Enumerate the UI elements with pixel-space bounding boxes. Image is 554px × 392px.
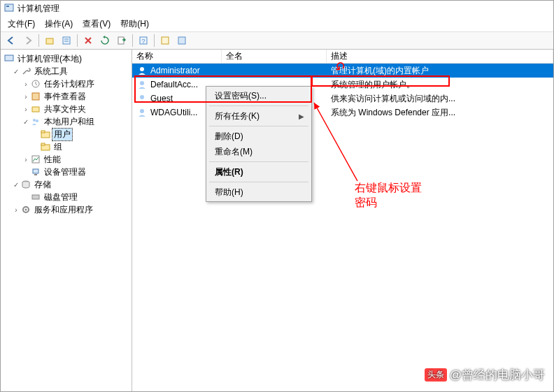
- ctx-all-tasks[interactable]: 所有任务(K)▶: [208, 108, 310, 124]
- tree-system-tools[interactable]: ✓ 系统工具: [1, 65, 132, 78]
- svg-rect-2: [46, 38, 53, 44]
- tree-storage[interactable]: ✓ 存储: [1, 178, 132, 191]
- tools-icon: [20, 66, 31, 77]
- up-button[interactable]: [42, 33, 57, 48]
- svg-rect-23: [34, 174, 37, 175]
- expand-icon[interactable]: ›: [22, 106, 30, 113]
- menu-help[interactable]: 帮助(H): [116, 17, 153, 31]
- app-icon: [3, 3, 15, 14]
- svg-rect-25: [32, 195, 39, 199]
- tree-pane: 计算机管理(本地) ✓ 系统工具 › 任务计划程序 › 事件查看器 › 共享文件…: [1, 50, 132, 391]
- ctx-set-password[interactable]: 设置密码(S)...: [208, 88, 310, 103]
- svg-rect-6: [118, 37, 124, 44]
- tree-disk-management[interactable]: 磁盘管理: [1, 191, 132, 203]
- expand-icon[interactable]: ›: [12, 206, 20, 214]
- ctx-delete[interactable]: 删除(D): [208, 129, 310, 144]
- computer-icon: [3, 53, 15, 64]
- tree-users[interactable]: 用户: [1, 128, 132, 140]
- tree-performance[interactable]: › 性能: [1, 153, 132, 166]
- collapse-icon[interactable]: ✓: [22, 118, 30, 126]
- svg-point-31: [140, 109, 144, 113]
- tree-task-scheduler[interactable]: › 任务计划程序: [1, 78, 132, 90]
- users-groups-icon: [30, 116, 41, 127]
- svg-rect-22: [33, 169, 38, 173]
- svg-rect-3: [63, 37, 70, 44]
- ctx-separator: [209, 126, 308, 126]
- tree-local-users-groups[interactable]: ✓ 本地用户和组: [1, 115, 132, 128]
- scheduler-icon: [30, 78, 41, 89]
- toolbar-separator: [132, 34, 133, 47]
- storage-icon: [20, 179, 31, 190]
- user-icon: [136, 79, 148, 90]
- tree-root[interactable]: 计算机管理(本地): [1, 52, 132, 65]
- svg-text:?: ?: [141, 38, 145, 45]
- mmc-window: 计算机管理 文件(F) 操作(A) 查看(V) 帮助(H) ? 计算机管理(本地…: [0, 0, 554, 392]
- expand-icon[interactable]: ›: [22, 93, 30, 101]
- annotation-text: 右键鼠标设置 密码: [355, 181, 422, 210]
- svg-point-27: [25, 209, 27, 211]
- svg-rect-9: [162, 37, 169, 44]
- svg-point-16: [36, 119, 38, 122]
- col-description[interactable]: 描述: [327, 50, 553, 63]
- tree-event-viewer[interactable]: › 事件查看器: [1, 90, 132, 103]
- context-menu: 设置密码(S)... 所有任务(K)▶ 删除(D) 重命名(M) 属性(R) 帮…: [206, 86, 312, 202]
- collapse-icon[interactable]: ✓: [12, 68, 20, 75]
- event-icon: [30, 91, 41, 102]
- tree-device-manager[interactable]: 设备管理器: [1, 166, 132, 178]
- col-name[interactable]: 名称: [132, 50, 222, 63]
- svg-rect-20: [41, 143, 45, 145]
- folder-icon: [40, 141, 51, 152]
- shared-icon: [30, 103, 41, 115]
- ctx-separator: [209, 182, 308, 182]
- folder-icon: [40, 129, 51, 140]
- tree-services-apps[interactable]: › 服务和应用程序: [1, 203, 132, 216]
- export-button[interactable]: [114, 33, 129, 48]
- refresh-button[interactable]: [97, 33, 113, 48]
- col-fullname[interactable]: 全名: [222, 50, 327, 63]
- ctx-help[interactable]: 帮助(H): [208, 184, 310, 200]
- delete-button[interactable]: [80, 33, 96, 48]
- view-button-1[interactable]: [157, 33, 173, 48]
- toolbar-separator: [154, 34, 155, 47]
- toolbar-separator: [38, 34, 39, 47]
- toolbar-separator: [77, 34, 78, 47]
- svg-rect-1: [6, 6, 9, 7]
- nav-forward-button[interactable]: [20, 33, 36, 48]
- svg-point-15: [33, 119, 36, 122]
- collapse-icon[interactable]: ✓: [12, 181, 20, 189]
- disk-icon: [30, 191, 41, 203]
- titlebar: 计算机管理: [1, 1, 553, 16]
- menu-view[interactable]: 查看(V): [78, 17, 115, 31]
- svg-rect-10: [178, 37, 185, 44]
- menu-action[interactable]: 操作(A): [41, 17, 77, 31]
- watermark: 头条 @曾经的电脑小哥: [425, 367, 545, 383]
- properties-button[interactable]: [59, 33, 74, 48]
- submenu-arrow-icon: ▶: [299, 112, 304, 120]
- svg-rect-18: [41, 131, 45, 133]
- svg-point-28: [140, 67, 144, 71]
- list-row-guest[interactable]: Guest 供来宾访问计算机或访问域的内...: [132, 92, 553, 106]
- svg-rect-0: [5, 4, 13, 11]
- watermark-badge: 头条: [425, 368, 447, 382]
- menubar: 文件(F) 操作(A) 查看(V) 帮助(H): [1, 16, 553, 31]
- svg-point-30: [140, 95, 144, 99]
- nav-back-button[interactable]: [3, 33, 19, 48]
- tree-shared-folders[interactable]: › 共享文件夹: [1, 103, 132, 115]
- view-button-2[interactable]: [174, 33, 190, 48]
- ctx-separator: [209, 106, 308, 106]
- svg-point-29: [140, 81, 144, 85]
- ctx-rename[interactable]: 重命名(M): [208, 144, 310, 159]
- services-icon: [20, 204, 31, 215]
- expand-icon[interactable]: ›: [22, 80, 30, 88]
- help-button[interactable]: ?: [136, 33, 151, 48]
- ctx-properties[interactable]: 属性(R): [208, 164, 310, 180]
- user-icon: [136, 65, 148, 76]
- ctx-separator: [209, 161, 308, 162]
- list-row-wdagutility[interactable]: WDAGUtili... 系统为 Windows Defender 应用...: [132, 106, 553, 119]
- expand-icon[interactable]: ›: [22, 156, 30, 164]
- menu-file[interactable]: 文件(F): [3, 17, 39, 31]
- list-row-defaultaccount[interactable]: DefaultAcc... 系统管理的用户帐户。: [132, 78, 553, 92]
- list-pane: 名称 全名 描述 Administrator 管理计算机(域)的内置帐户 Def…: [132, 50, 553, 391]
- svg-rect-11: [5, 55, 13, 61]
- tree-groups[interactable]: 组: [1, 140, 132, 153]
